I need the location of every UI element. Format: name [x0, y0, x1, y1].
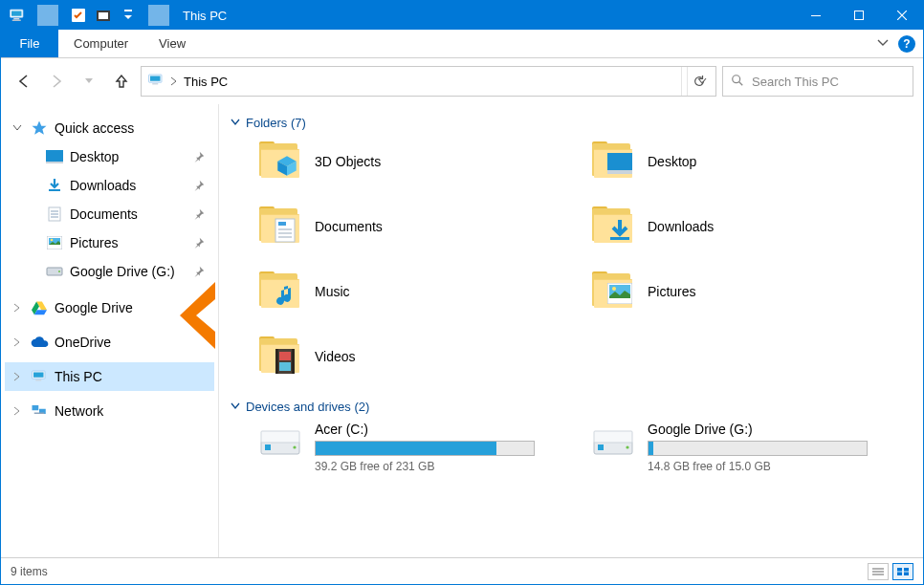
folder-icon	[590, 206, 636, 247]
view-large-icons-button[interactable]	[892, 563, 913, 580]
svg-rect-34	[33, 405, 39, 410]
chevron-right-icon[interactable]	[11, 372, 24, 381]
refresh-button[interactable]	[681, 67, 715, 96]
svg-rect-61	[594, 431, 632, 443]
status-bar: 9 items	[1, 557, 923, 584]
chevron-down-icon[interactable]	[11, 123, 24, 133]
drive-usage-bar	[648, 441, 868, 456]
pin-icon	[191, 206, 207, 222]
help-button[interactable]: ?	[898, 35, 915, 53]
up-button[interactable]	[108, 68, 135, 95]
folder-label: Desktop	[648, 154, 696, 169]
view-details-button[interactable]	[868, 563, 889, 580]
tree-network[interactable]: Network	[5, 397, 214, 425]
this-pc-icon	[147, 73, 165, 91]
breadcrumb[interactable]: This PC	[184, 75, 228, 89]
navigation-row: This PC Search This PC	[1, 58, 923, 104]
chevron-right-icon[interactable]	[11, 337, 24, 347]
address-bar[interactable]: This PC	[141, 66, 716, 97]
chevron-down-icon	[231, 400, 240, 414]
folder-item[interactable]: Documents	[257, 203, 571, 250]
ribbon-collapse-chevron-icon[interactable]	[877, 35, 889, 53]
group-header-label: Devices and drives (2)	[246, 400, 369, 414]
tree-item-label: OneDrive	[55, 335, 214, 350]
svg-point-25	[51, 239, 54, 242]
recent-locations-dropdown[interactable]	[76, 68, 102, 95]
folder-item[interactable]: 3D Objects	[257, 138, 571, 185]
svg-point-50	[612, 287, 616, 291]
minimize-button[interactable]	[794, 1, 837, 30]
svg-rect-58	[265, 444, 271, 450]
forward-button[interactable]	[43, 68, 70, 95]
folder-item[interactable]: Videos	[257, 333, 571, 380]
google-drive-icon	[30, 298, 49, 317]
tree-onedrive[interactable]: OneDrive	[5, 328, 214, 357]
chevron-right-icon[interactable]	[11, 303, 24, 313]
this-pc-icon	[30, 367, 49, 386]
svg-point-27	[58, 271, 60, 272]
close-button[interactable]	[880, 1, 923, 30]
folder-item[interactable]: Pictures	[590, 268, 904, 315]
tree-item-desktop[interactable]: Desktop	[39, 142, 214, 171]
tab-computer[interactable]: Computer	[58, 30, 143, 57]
folder-label: Documents	[315, 219, 383, 234]
tree-item-pictures[interactable]: Pictures	[39, 228, 214, 257]
back-button[interactable]	[11, 68, 37, 95]
maximize-button[interactable]	[837, 1, 880, 30]
group-drives-header[interactable]: Devices and drives (2)	[231, 400, 904, 414]
drive-free-text: 14.8 GB free of 15.0 GB	[648, 460, 868, 473]
svg-rect-1	[11, 11, 22, 16]
documents-icon	[45, 205, 64, 224]
drive-free-text: 39.2 GB free of 231 GB	[315, 460, 535, 473]
quick-access-toolbar	[1, 5, 181, 26]
tree-this-pc[interactable]: This PC	[5, 362, 214, 391]
navigation-tree: Quick access Desktop Downloads Documents…	[1, 104, 219, 557]
svg-rect-57	[261, 431, 299, 443]
qat-newfolder-icon[interactable]	[93, 5, 114, 26]
tree-quick-access[interactable]: Quick access	[5, 114, 214, 142]
svg-rect-67	[897, 568, 902, 572]
search-box[interactable]: Search This PC	[722, 66, 913, 97]
folder-icon	[257, 336, 303, 377]
breadcrumb-separator-icon	[170, 75, 178, 89]
search-placeholder: Search This PC	[752, 75, 839, 89]
pin-icon	[191, 235, 207, 250]
svg-rect-41	[607, 170, 632, 174]
desktop-icon	[45, 147, 64, 166]
svg-point-59	[293, 445, 296, 448]
qat-dropdown-icon[interactable]	[118, 5, 139, 26]
tree-item-downloads[interactable]: Downloads	[39, 171, 214, 200]
svg-rect-3	[12, 20, 21, 22]
this-pc-icon	[7, 5, 28, 26]
folders-grid: 3D ObjectsDesktopDocumentsDownloadsMusic…	[231, 138, 904, 380]
svg-rect-55	[279, 362, 291, 371]
tree-item-documents[interactable]: Documents	[39, 200, 214, 228]
tree-item-label: Quick access	[55, 120, 214, 136]
tree-item-gdrive-g[interactable]: Google Drive (G:)	[39, 257, 214, 286]
downloads-icon	[45, 176, 64, 195]
file-tab[interactable]: File	[1, 30, 58, 57]
svg-rect-17	[46, 162, 63, 163]
folder-item[interactable]: Desktop	[590, 138, 904, 185]
folder-icon	[590, 271, 636, 312]
svg-rect-36	[34, 413, 45, 415]
drives-grid: Acer (C:)39.2 GB free of 231 GBGoogle Dr…	[231, 422, 904, 473]
svg-rect-2	[13, 18, 19, 20]
svg-rect-43	[278, 222, 286, 226]
tab-view[interactable]: View	[143, 30, 201, 57]
status-text: 9 items	[11, 565, 48, 578]
group-header-label: Folders (7)	[246, 116, 306, 130]
chevron-right-icon[interactable]	[11, 406, 24, 416]
qat-properties-icon[interactable]	[68, 5, 89, 26]
title-bar: This PC	[1, 1, 923, 30]
svg-rect-18	[49, 189, 60, 191]
tree-google-drive[interactable]: Google Drive	[5, 293, 214, 322]
drive-item[interactable]: Acer (C:)39.2 GB free of 231 GB	[257, 422, 571, 473]
folder-item[interactable]: Downloads	[590, 203, 904, 250]
svg-rect-52	[275, 349, 278, 374]
drive-item[interactable]: Google Drive (G:)14.8 GB free of 15.0 GB	[590, 422, 904, 473]
svg-rect-6	[99, 12, 108, 19]
folder-item[interactable]: Music	[257, 268, 571, 315]
svg-rect-47	[610, 237, 629, 240]
group-folders-header[interactable]: Folders (7)	[231, 116, 904, 130]
